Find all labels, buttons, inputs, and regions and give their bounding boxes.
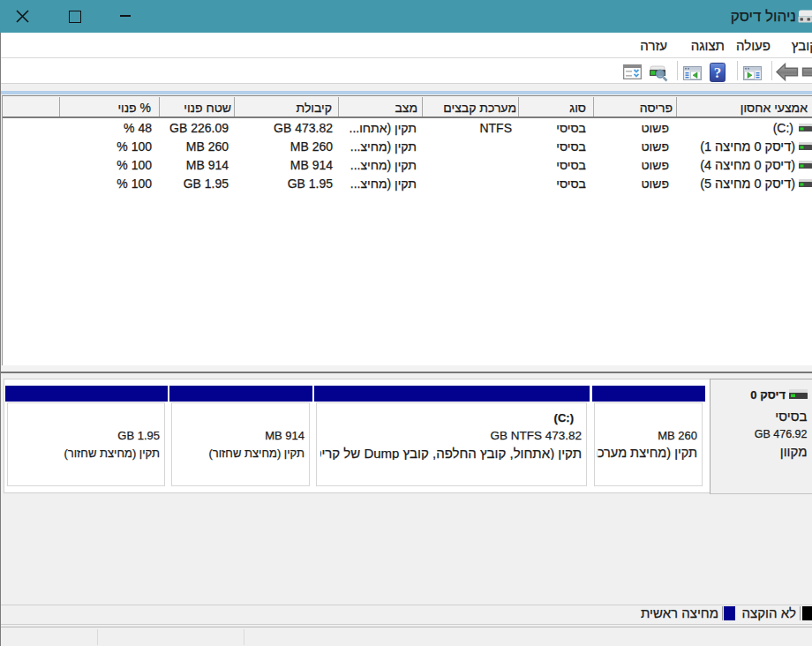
svg-text:?: ? (714, 64, 722, 81)
